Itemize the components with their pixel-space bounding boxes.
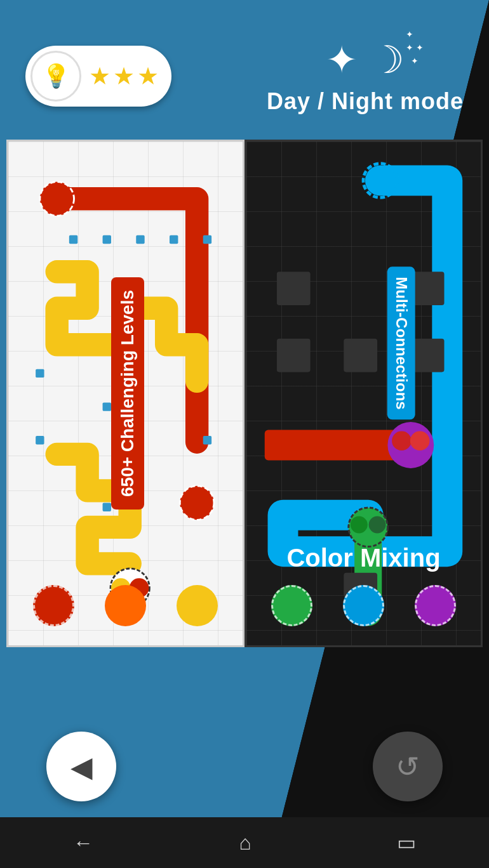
- svg-rect-5: [69, 235, 77, 244]
- day-label: Day: [267, 88, 311, 114]
- svg-rect-7: [136, 235, 144, 244]
- replay-icon: ↺: [396, 750, 420, 784]
- svg-rect-27: [344, 339, 377, 372]
- top-section: 💡 ★ ★ ★ ✦ ☽ ✦✦ ✦ ✦ Day / Night mode: [0, 0, 489, 152]
- moon-icon: ☽: [370, 37, 405, 82]
- svg-rect-8: [170, 235, 178, 244]
- sun-icon: ✦: [326, 37, 358, 82]
- svg-point-24: [351, 516, 368, 534]
- svg-rect-26: [277, 339, 311, 372]
- color-dots-right: [246, 585, 481, 626]
- back-button[interactable]: ◀: [46, 732, 116, 801]
- dot-green: [271, 585, 312, 626]
- nav-back-icon[interactable]: ←: [73, 831, 93, 855]
- bottom-controls: ◀ ↺: [0, 716, 489, 817]
- dot-yellow: [177, 585, 218, 626]
- svg-rect-29: [277, 272, 311, 305]
- svg-rect-12: [36, 436, 44, 444]
- spacer: [210, 732, 279, 801]
- day-night-label: Day / Night mode: [267, 88, 464, 115]
- back-arrow-icon: ◀: [70, 750, 93, 784]
- svg-rect-13: [203, 436, 211, 444]
- star-2: ★: [113, 62, 135, 90]
- svg-rect-16: [265, 430, 405, 461]
- svg-point-18: [392, 431, 412, 450]
- bottom-nav-bar: ← ⌂ ▭: [0, 817, 489, 868]
- svg-point-25: [369, 516, 386, 534]
- svg-rect-28: [411, 339, 445, 372]
- nav-recent-icon[interactable]: ▭: [397, 831, 416, 855]
- star-3: ★: [137, 62, 159, 90]
- svg-rect-10: [36, 369, 44, 378]
- dot-red: [33, 585, 74, 626]
- day-night-toggle[interactable]: ✦ ☽ ✦✦ ✦ ✦ Day / Night mode: [267, 37, 464, 115]
- svg-rect-9: [203, 235, 211, 244]
- bulb-icon: 💡: [30, 51, 81, 102]
- challenging-levels-label: 650+ Challenging Levels: [111, 277, 144, 510]
- svg-point-1: [180, 486, 214, 520]
- day-night-icons: ✦ ☽ ✦✦ ✦ ✦: [326, 37, 405, 82]
- svg-point-19: [410, 431, 430, 450]
- replay-button[interactable]: ↺: [373, 732, 443, 801]
- game-area: 650+ Challenging Levels: [6, 140, 483, 647]
- color-dots-left: [8, 585, 243, 626]
- moon-container: ☽ ✦✦ ✦ ✦: [370, 37, 405, 82]
- game-panel-right: Multi-Connections Color Mixing: [245, 140, 483, 647]
- slash: /: [311, 88, 332, 114]
- game-panel-left: 650+ Challenging Levels: [6, 140, 245, 647]
- dot-blue: [343, 585, 384, 626]
- svg-point-0: [40, 181, 74, 216]
- dot-purple: [415, 585, 456, 626]
- color-mixing-label: Color Mixing: [286, 544, 440, 572]
- svg-rect-11: [103, 402, 111, 411]
- hint-badge[interactable]: 💡 ★ ★ ★: [25, 46, 171, 107]
- night-label: Night mode: [332, 88, 464, 114]
- stars-row: ★ ★ ★: [89, 62, 159, 90]
- dot-orange: [105, 585, 146, 626]
- multi-connections-label: Multi-Connections: [387, 266, 415, 419]
- svg-rect-30: [411, 272, 445, 305]
- stars-decoration: ✦✦ ✦ ✦: [406, 28, 424, 68]
- svg-rect-14: [103, 503, 111, 511]
- star-1: ★: [89, 62, 111, 90]
- nav-home-icon[interactable]: ⌂: [239, 831, 251, 855]
- svg-rect-6: [103, 235, 111, 244]
